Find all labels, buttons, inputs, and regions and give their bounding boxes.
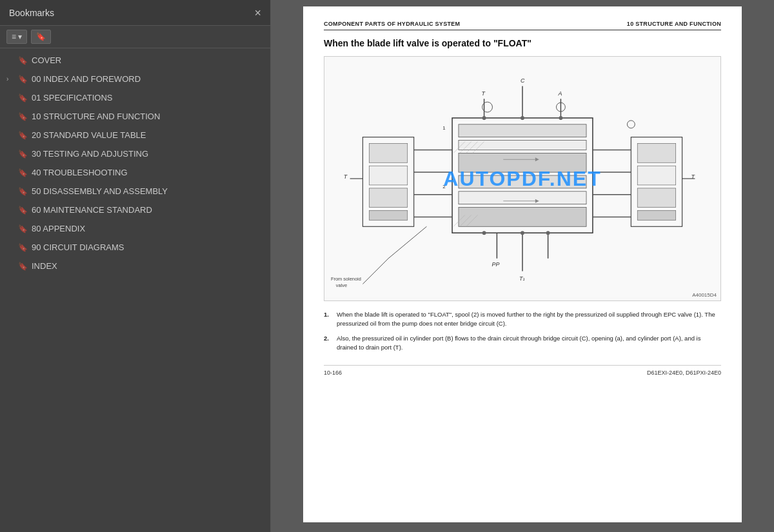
svg-rect-2	[459, 124, 586, 137]
page-footer: 10-166 D61EXI-24E0, D61PXI-24E0	[324, 365, 721, 376]
svg-point-42	[521, 116, 524, 120]
bookmark-icon: 🔖	[36, 32, 46, 41]
diagram-container: T C A PP T₁ T T	[324, 56, 721, 301]
bookmark-flag-icon: 🔖	[18, 224, 28, 233]
svg-rect-15	[637, 166, 675, 185]
bookmark-item-40-trouble[interactable]: 🔖40 TROUBLESHOOTING	[0, 163, 270, 182]
svg-text:1: 1	[442, 125, 446, 131]
svg-point-46	[546, 231, 550, 235]
page-number: 10-166	[324, 369, 342, 376]
bookmark-flag-icon: 🔖	[18, 262, 28, 271]
list-view-button[interactable]: ≡ ▾	[6, 30, 27, 44]
bookmark-flag-icon: 🔖	[18, 56, 28, 65]
list-icon: ≡	[12, 32, 16, 41]
svg-text:T₁: T₁	[519, 275, 525, 282]
bookmark-item-90-circuit[interactable]: 🔖90 CIRCUIT DIAGRAMS	[0, 238, 270, 257]
bookmark-flag-icon: 🔖	[18, 75, 28, 84]
note-item: 2.Also, the pressurized oil in cylinder …	[324, 334, 721, 353]
bookmark-item-60-maint[interactable]: 🔖60 MAINTENANCE STANDARD	[0, 201, 270, 219]
bookmark-flag-icon: 🔖	[18, 150, 28, 159]
note-number: 1.	[324, 310, 332, 329]
bookmark-label: COVER	[32, 55, 61, 65]
note-item: 1.When the blade lift is operated to "FL…	[324, 310, 721, 329]
diagram-label: A40015D4	[692, 292, 717, 298]
bookmark-label: 80 APPENDIX	[32, 224, 85, 233]
note-text: When the blade lift is operated to "FLOA…	[337, 310, 721, 329]
bookmark-label: 40 TROUBLESHOOTING	[32, 168, 128, 177]
svg-rect-9	[369, 144, 407, 163]
bookmark-label: 01 SPECIFICATIONS	[32, 93, 112, 103]
bookmark-flag-icon: 🔖	[18, 168, 28, 177]
close-button[interactable]: ×	[254, 7, 261, 19]
bookmark-label: INDEX	[32, 261, 57, 271]
bookmark-flag-icon: 🔖	[18, 94, 28, 103]
bookmark-label: 30 TESTING AND ADJUSTING	[32, 149, 148, 159]
diagram-svg: T C A PP T₁ T T	[324, 57, 720, 300]
page-header-left: COMPONENT PARTS OF HYDRAULIC SYSTEM	[324, 21, 460, 27]
svg-text:T: T	[344, 173, 348, 180]
bookmark-item-00-index[interactable]: ›🔖00 INDEX AND FOREWORD	[0, 70, 270, 88]
svg-point-45	[521, 231, 524, 235]
bookmark-item-50-disasm[interactable]: 🔖50 DISASSEMBLY AND ASSEMBLY	[0, 182, 270, 201]
svg-rect-10	[369, 166, 407, 185]
bookmark-item-30-test[interactable]: 🔖30 TESTING AND ADJUSTING	[0, 144, 270, 163]
svg-text:T: T	[482, 90, 486, 97]
svg-rect-6	[459, 192, 586, 204]
bookmark-flag-icon: 🔖	[18, 187, 28, 196]
page-header-right: 10 STRUCTURE AND FUNCTION	[627, 21, 721, 27]
bookmark-label: 20 STANDARD VALUE TABLE	[32, 130, 146, 140]
svg-point-44	[482, 231, 486, 235]
bookmark-label: 00 INDEX AND FOREWORD	[32, 74, 141, 84]
svg-rect-17	[637, 211, 675, 221]
dropdown-icon: ▾	[18, 32, 22, 41]
svg-text:PP: PP	[491, 261, 499, 268]
sidebar: Bookmarks × ≡ ▾ 🔖 🔖COVER›🔖00 INDEX AND F…	[0, 0, 271, 532]
svg-rect-7	[459, 208, 586, 227]
sidebar-title: Bookmarks	[9, 8, 54, 18]
page-header: COMPONENT PARTS OF HYDRAULIC SYSTEM 10 S…	[324, 21, 721, 30]
page-viewer: COMPONENT PARTS OF HYDRAULIC SYSTEM 10 S…	[303, 6, 742, 522]
bookmark-item-index[interactable]: 🔖INDEX	[0, 257, 270, 275]
page-main-title: When the blade lift valve is operated to…	[324, 38, 721, 48]
bookmark-item-cover[interactable]: 🔖COVER	[0, 51, 270, 70]
sidebar-header: Bookmarks ×	[0, 0, 270, 26]
bookmark-item-01-spec[interactable]: 🔖01 SPECIFICATIONS	[0, 88, 270, 107]
svg-rect-12	[369, 211, 407, 221]
svg-text:C: C	[521, 77, 525, 84]
svg-text:valve: valve	[336, 282, 347, 288]
bookmark-list: 🔖COVER›🔖00 INDEX AND FOREWORD🔖01 SPECIFI…	[0, 48, 270, 532]
bookmark-flag-icon: 🔖	[18, 243, 28, 252]
svg-point-41	[482, 116, 486, 120]
document-id: D61EXI-24E0, D61PXI-24E0	[647, 369, 721, 376]
main-content: COMPONENT PARTS OF HYDRAULIC SYSTEM 10 S…	[271, 0, 774, 532]
bookmark-label: 60 MAINTENANCE STANDARD	[32, 205, 152, 215]
bookmark-label: 90 CIRCUIT DIAGRAMS	[32, 242, 124, 252]
svg-point-43	[559, 116, 562, 120]
bookmark-label: 10 STRUCTURE AND FUNCTION	[32, 112, 160, 121]
sidebar-toolbar: ≡ ▾ 🔖	[0, 26, 270, 48]
svg-text:From solenoid: From solenoid	[331, 276, 361, 282]
svg-rect-4	[459, 153, 586, 172]
bookmark-item-20-std[interactable]: 🔖20 STANDARD VALUE TABLE	[0, 126, 270, 144]
svg-text:2: 2	[442, 184, 445, 190]
bookmark-flag-icon: 🔖	[18, 131, 28, 140]
svg-rect-5	[459, 175, 586, 188]
svg-rect-14	[637, 144, 675, 163]
bookmark-flag-icon: 🔖	[18, 206, 28, 215]
bookmark-item-80-app[interactable]: 🔖80 APPENDIX	[0, 219, 270, 238]
chevron-icon: ›	[6, 75, 14, 83]
note-text: Also, the pressurized oil in cylinder po…	[337, 334, 721, 353]
bookmark-flag-icon: 🔖	[18, 112, 28, 121]
svg-rect-16	[637, 188, 675, 208]
notes-section: 1.When the blade lift is operated to "FL…	[324, 310, 721, 352]
svg-text:A: A	[557, 90, 562, 97]
bookmark-item-10-struct[interactable]: 🔖10 STRUCTURE AND FUNCTION	[0, 107, 270, 126]
bookmark-label: 50 DISASSEMBLY AND ASSEMBLY	[32, 186, 168, 196]
svg-rect-11	[369, 188, 407, 208]
bookmark-icon-button[interactable]: 🔖	[31, 30, 51, 44]
note-number: 2.	[324, 334, 332, 353]
